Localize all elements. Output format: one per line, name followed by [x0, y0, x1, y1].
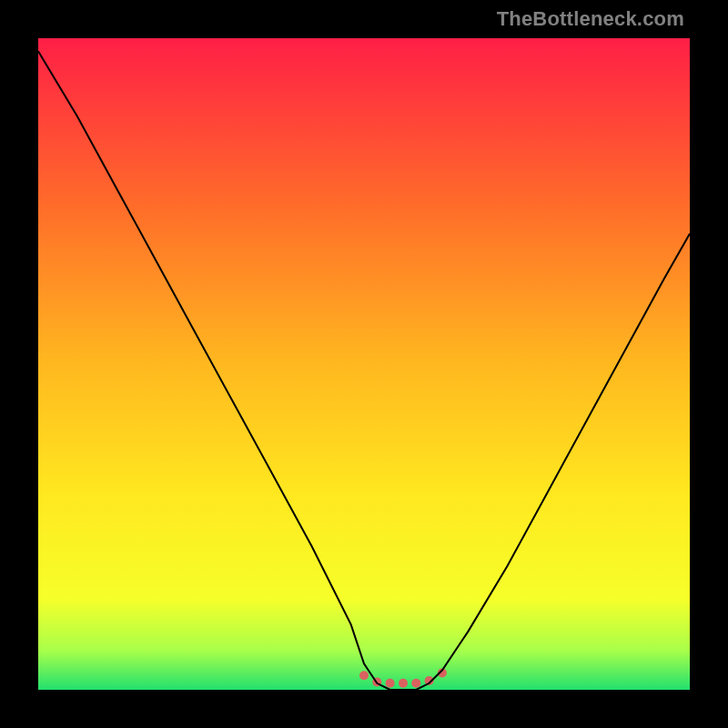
watermark-text: TheBottleneck.com: [497, 7, 684, 31]
dot-marker: [399, 679, 408, 688]
chart-background: [38, 38, 690, 690]
dot-marker: [386, 679, 395, 688]
dot-marker: [359, 671, 369, 680]
dot-marker: [411, 679, 420, 688]
chart-svg: [38, 38, 690, 690]
chart-plot-area: [38, 38, 690, 690]
